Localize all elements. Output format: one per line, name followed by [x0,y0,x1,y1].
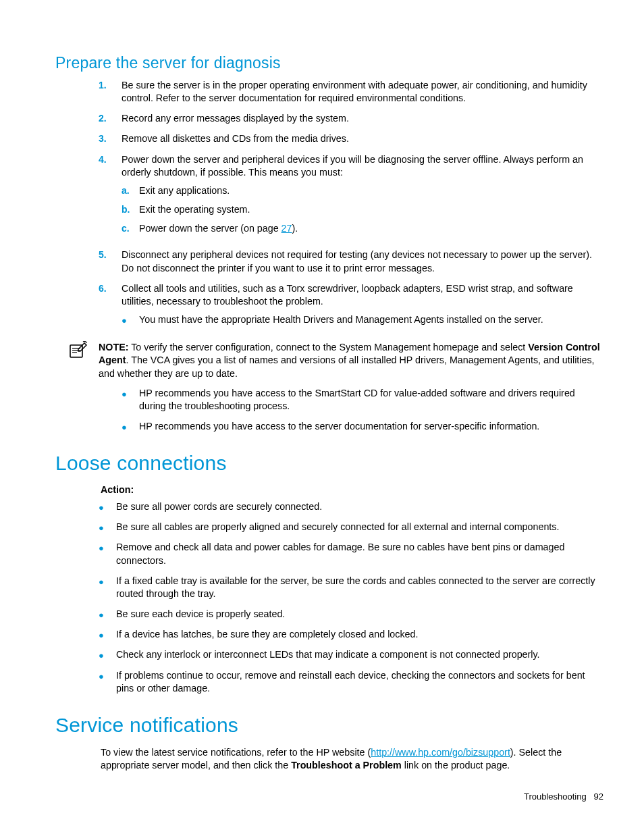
note-part2: . The VCA gives you a list of names and … [99,355,595,378]
list-marker: 3. [99,132,122,145]
list-item: 5. Disconnect any peripheral devices not… [99,249,603,274]
bullet-icon: ● [99,648,116,661]
list-text: If a device has latches, be sure they ar… [116,628,603,641]
list-text: Exit the operating system. [139,203,603,216]
substeps: a. Exit any applications. b. Exit the op… [122,184,603,235]
after-note-bullets: ● HP recommends you have access to the S… [122,387,603,433]
bullet-icon: ● [122,387,139,413]
list-marker: 5. [99,249,122,274]
list-text: Check any interlock or interconnect LEDs… [116,648,603,661]
list-item: 6. Collect all tools and utilities, such… [99,282,603,334]
step6-bullets: ● You must have the appropriate Health D… [122,313,603,326]
bizsupport-link[interactable]: http://www.hp.com/go/bizsupport [371,747,510,758]
sn-suffix: link on the product page. [402,760,510,771]
bullet-icon: ● [99,500,116,513]
list-item: b. Exit the operating system. [122,203,603,216]
list-marker: b. [122,203,139,216]
list-text: Remove and check all data and power cabl… [116,541,603,567]
footer-page-number: 92 [594,791,603,802]
list-text: HP recommends you have access to the ser… [139,420,603,433]
list-item: 2. Record any error messages displayed b… [99,112,603,125]
bullet-icon: ● [99,608,116,621]
list-marker: c. [122,222,139,235]
list-text: Remove all diskettes and CDs from the me… [122,132,603,145]
heading-prepare: Prepare the server for diagnosis [55,54,603,72]
list-text: Disconnect any peripheral devices not re… [122,249,603,274]
substep-c-suffix: ). [292,223,298,234]
note-block: NOTE: To verify the server configuration… [69,341,603,380]
list-text: You must have the appropriate Health Dri… [139,313,603,326]
list-item: ● HP recommends you have access to the S… [122,387,603,413]
list-text: Exit any applications. [139,184,603,197]
action-word: Action [101,484,130,495]
bullet-icon: ● [122,420,139,433]
list-text: Be sure all cables are properly aligned … [116,521,603,533]
list-item: ● HP recommends you have access to the s… [122,420,603,433]
substep-c-prefix: Power down the server (on page [139,223,281,234]
footer-section: Troubleshooting [524,791,587,802]
list-text: If a fixed cable tray is available for t… [116,575,603,600]
list-text: Be sure all power cords are securely con… [116,500,603,513]
colon: : [130,484,134,495]
note-part1: To verify the server configuration, conn… [128,342,528,353]
step6-text: Collect all tools and utilities, such as… [122,283,573,307]
list-marker: 2. [99,112,122,125]
list-text: Be sure each device is properly seated. [116,608,603,621]
list-item: a. Exit any applications. [122,184,603,197]
list-text: If problems continue to occur, remove an… [116,669,603,695]
list-item: 4. Power down the server and peripheral … [99,153,603,242]
bullet-icon: ● [99,541,116,567]
list-item: ●Be sure all cables are properly aligned… [99,521,603,533]
list-marker: 6. [99,282,122,334]
sn-prefix: To view the latest service notifications… [101,747,371,758]
list-marker: a. [122,184,139,197]
prepare-steps: 1. Be sure the server is in the proper o… [99,79,603,334]
step4-text: Power down the server and peripheral dev… [122,154,583,178]
list-text: Power down the server and peripheral dev… [122,153,603,242]
sn-bold: Troubleshoot a Problem [291,760,402,771]
list-item: ●Be sure all power cords are securely co… [99,500,603,513]
note-label: NOTE: [99,342,128,353]
action-label: Action: [101,484,603,495]
page-footer: Troubleshooting 92 [524,791,603,802]
list-text: HP recommends you have access to the Sma… [139,387,603,413]
bullet-icon: ● [99,669,116,695]
list-item: 1. Be sure the server is in the proper o… [99,79,603,105]
bullet-icon: ● [99,521,116,533]
list-text: Be sure the server is in the proper oper… [122,79,603,105]
heading-service-notifications: Service notifications [55,714,603,737]
list-item: ●If a fixed cable tray is available for … [99,575,603,600]
note-icon [69,341,99,380]
list-marker: 4. [99,153,122,242]
loose-bullets: ●Be sure all power cords are securely co… [99,500,603,695]
page-link-27[interactable]: 27 [281,223,292,234]
heading-loose-connections: Loose connections [55,452,603,475]
document-page: Prepare the server for diagnosis 1. Be s… [0,0,644,834]
list-marker: 1. [99,79,122,105]
list-item: ●Be sure each device is properly seated. [99,608,603,621]
list-item: ●Check any interlock or interconnect LED… [99,648,603,661]
note-text: NOTE: To verify the server configuration… [99,341,603,380]
service-paragraph: To view the latest service notifications… [101,746,603,772]
list-item: ●If a device has latches, be sure they a… [99,628,603,641]
loose-body: ●Be sure all power cords are securely co… [99,500,603,695]
bullet-icon: ● [99,575,116,600]
list-text: Power down the server (on page 27). [139,222,603,235]
prepare-body: 1. Be sure the server is in the proper o… [99,79,603,433]
list-text: Collect all tools and utilities, such as… [122,282,603,334]
list-item: ●If problems continue to occur, remove a… [99,669,603,695]
bullet-icon: ● [122,313,139,326]
list-item: 3. Remove all diskettes and CDs from the… [99,132,603,145]
list-item: ● You must have the appropriate Health D… [122,313,603,326]
list-item: c. Power down the server (on page 27). [122,222,603,235]
bullet-icon: ● [99,628,116,641]
list-item: ●Remove and check all data and power cab… [99,541,603,567]
list-text: Record any error messages displayed by t… [122,112,603,125]
